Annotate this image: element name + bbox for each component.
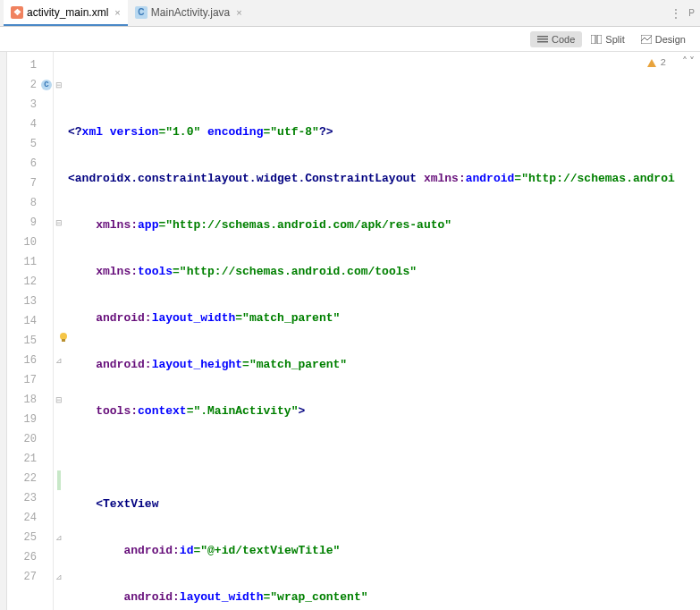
code-line[interactable]: <TextView bbox=[64, 495, 700, 514]
svg-rect-2 bbox=[537, 41, 548, 43]
fold-marker[interactable]: ⊟ bbox=[54, 390, 64, 410]
line-number[interactable]: 17 bbox=[7, 370, 53, 390]
intention-bulb-icon[interactable] bbox=[57, 331, 70, 343]
tab-main-activity[interactable]: C MainActivity.java × bbox=[128, 0, 249, 26]
line-number[interactable]: 23 bbox=[7, 488, 53, 508]
fold-marker[interactable]: ⊟ bbox=[54, 213, 64, 233]
line-number[interactable]: 4 bbox=[7, 114, 53, 134]
code-content[interactable]: 2 ˄ ˅ <?xml version="1.0" encoding="utf-… bbox=[64, 52, 700, 610]
nav-down-icon[interactable]: ˅ bbox=[689, 55, 695, 69]
code-line[interactable]: tools:context=".MainActivity"> bbox=[64, 402, 700, 421]
more-icon[interactable]: ⋮ bbox=[670, 7, 681, 20]
xml-file-icon: ❖ bbox=[11, 6, 23, 19]
mode-design[interactable]: Design bbox=[634, 31, 693, 47]
fold-marker[interactable] bbox=[54, 55, 64, 75]
code-line[interactable]: <?xml version="1.0" encoding="utf-8"?> bbox=[64, 123, 700, 142]
left-gutter-strip bbox=[0, 52, 7, 610]
code-line[interactable]: android:layout_height="match_parent" bbox=[64, 355, 700, 375]
line-number[interactable]: 16 bbox=[7, 351, 53, 370]
line-number[interactable]: 19 bbox=[7, 410, 53, 429]
tab-label: activity_main.xml bbox=[27, 6, 108, 19]
line-number[interactable]: 5 bbox=[7, 134, 53, 154]
svg-rect-4 bbox=[597, 35, 602, 44]
layout-view-modes: Code Split Design bbox=[0, 27, 700, 52]
line-number[interactable]: 8 bbox=[7, 193, 53, 213]
line-number[interactable]: 26 bbox=[7, 547, 53, 567]
svg-point-6 bbox=[60, 333, 67, 340]
line-number[interactable]: 3 bbox=[7, 95, 53, 114]
code-line[interactable] bbox=[64, 448, 700, 468]
tab-label: MainActivity.java bbox=[151, 6, 230, 19]
line-number[interactable]: 7 bbox=[7, 174, 53, 193]
svg-rect-7 bbox=[62, 339, 65, 342]
close-icon[interactable]: × bbox=[236, 7, 241, 18]
mode-split[interactable]: Split bbox=[584, 31, 631, 47]
inspection-summary[interactable]: 2 bbox=[647, 57, 666, 68]
line-number[interactable]: 10 bbox=[7, 233, 53, 252]
code-line[interactable]: android:id="@+id/textViewTitle" bbox=[64, 541, 700, 561]
line-number[interactable]: 18 bbox=[7, 390, 53, 410]
svg-rect-3 bbox=[591, 35, 595, 44]
code-editor: 1 2C 3 4 5 6 7 8 9 10 11 12 13 14 15 16 … bbox=[0, 52, 700, 610]
inspection-nav: ˄ ˅ bbox=[682, 55, 695, 69]
line-number[interactable]: 27 bbox=[7, 567, 53, 587]
line-number[interactable]: 15 bbox=[7, 331, 53, 351]
vcs-change-marker bbox=[57, 470, 61, 490]
mode-label: Design bbox=[655, 34, 686, 45]
line-number[interactable]: 13 bbox=[7, 292, 53, 311]
line-number[interactable]: 12 bbox=[7, 272, 53, 292]
svg-rect-1 bbox=[537, 38, 548, 40]
line-number[interactable]: 6 bbox=[7, 154, 53, 174]
line-number[interactable]: 2C bbox=[7, 75, 53, 95]
line-number[interactable]: 9 bbox=[7, 213, 53, 233]
design-icon bbox=[641, 35, 652, 44]
warning-count: 2 bbox=[660, 57, 666, 68]
code-line[interactable]: android:layout_width="wrap_content" bbox=[64, 588, 700, 607]
line-number[interactable]: 24 bbox=[7, 508, 53, 528]
code-icon bbox=[537, 35, 548, 44]
mode-label: Split bbox=[605, 34, 624, 45]
pin-icon[interactable]: P bbox=[688, 8, 695, 18]
line-number[interactable]: 11 bbox=[7, 252, 53, 272]
fold-end-marker[interactable]: ⊿ bbox=[54, 567, 64, 587]
code-line[interactable]: <androidx.constraintlayout.widget.Constr… bbox=[64, 169, 700, 189]
nav-up-icon[interactable]: ˄ bbox=[682, 55, 687, 69]
fold-end-marker[interactable]: ⊿ bbox=[54, 528, 64, 547]
code-line[interactable]: xmlns:tools="http://schemas.android.com/… bbox=[64, 262, 700, 282]
line-number[interactable]: 22 bbox=[7, 469, 53, 488]
line-number[interactable]: 14 bbox=[7, 311, 53, 331]
mode-code[interactable]: Code bbox=[530, 31, 582, 47]
java-class-icon: C bbox=[135, 6, 148, 19]
tab-activity-main[interactable]: ❖ activity_main.xml × bbox=[4, 0, 128, 26]
warning-icon bbox=[647, 59, 656, 67]
editor-tabs-bar: ❖ activity_main.xml × C MainActivity.jav… bbox=[0, 0, 700, 27]
line-number[interactable]: 1 bbox=[7, 55, 53, 75]
line-number[interactable]: 25 bbox=[7, 528, 53, 547]
line-number[interactable]: 20 bbox=[7, 429, 53, 449]
code-line[interactable]: android:layout_width="match_parent" bbox=[64, 309, 700, 328]
svg-rect-0 bbox=[537, 36, 548, 38]
fold-marker[interactable]: ⊟ bbox=[54, 75, 64, 95]
tabs-overflow: ⋮ P bbox=[670, 0, 700, 26]
code-line[interactable]: xmlns:app="http://schemas.android.com/ap… bbox=[64, 216, 700, 235]
split-icon bbox=[591, 35, 602, 44]
line-number-gutter: 1 2C 3 4 5 6 7 8 9 10 11 12 13 14 15 16 … bbox=[7, 52, 54, 610]
mode-label: Code bbox=[552, 34, 575, 45]
fold-end-marker[interactable]: ⊿ bbox=[54, 351, 64, 370]
line-number[interactable]: 21 bbox=[7, 449, 53, 469]
class-icon[interactable]: C bbox=[41, 80, 52, 90]
close-icon[interactable]: × bbox=[114, 7, 120, 18]
